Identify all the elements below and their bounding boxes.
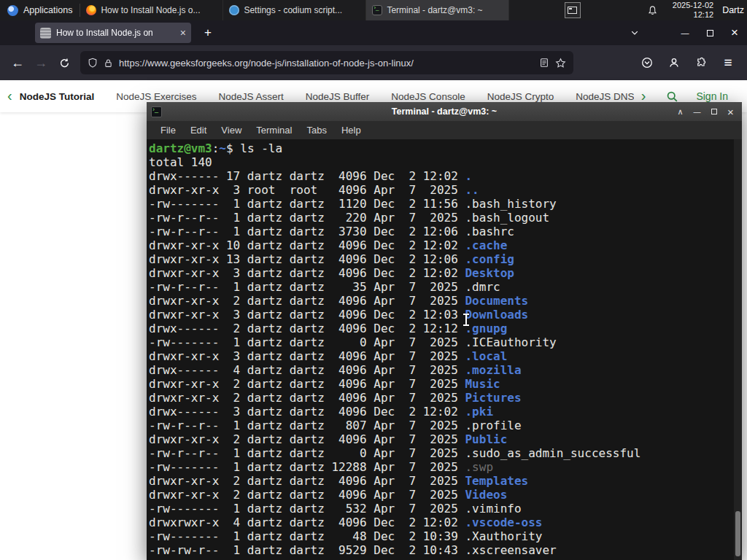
- puzzle-icon: [695, 57, 707, 69]
- file-meta: -rw------- 1 dartz dartz 532 Apr 7 2025: [149, 502, 465, 516]
- terminal-line: drwxrwxr-x 4 dartz dartz 4096 Dec 2 12:0…: [149, 516, 732, 529]
- file-meta: drwxr-xr-x 2 dartz dartz 4096 Apr 7 2025: [149, 294, 465, 308]
- terminal-menu-item[interactable]: File: [154, 122, 182, 138]
- taskbar-window-button[interactable]: Settings - codium script...: [223, 0, 366, 20]
- gfg-nav-item[interactable]: NodeJS DNS: [576, 91, 634, 102]
- terminal-line: drwxr-xr-x 2 dartz dartz 4096 Apr 7 2025…: [149, 432, 732, 446]
- toolbar-right-cluster: [635, 51, 741, 74]
- browser-minimize-button[interactable]: [673, 20, 697, 45]
- terminal-menu-item[interactable]: Edit: [184, 122, 213, 138]
- distro-logo-icon: [7, 5, 18, 16]
- panel-clock[interactable]: 2025-12-02 12:12: [673, 1, 713, 20]
- file-meta: drwxr-xr-x 3 dartz dartz 4096 Dec 2 12:0…: [149, 308, 465, 322]
- panel-user-label[interactable]: Dartz: [722, 5, 747, 15]
- terminal-titlebar[interactable]: Terminal - dartz@vm3: ~: [147, 102, 742, 121]
- file-meta: drwxr-xr-x 3 root root 4096 Apr 7 2025: [149, 183, 465, 197]
- file-meta: -rw-rw-r-- 1 dartz dartz 9529 Dec 2 10:4…: [149, 543, 465, 557]
- terminal-line: drwxr-xr-x 3 root root 4096 Apr 7 2025 .…: [149, 183, 732, 197]
- notifications-bell-icon[interactable]: [643, 5, 662, 16]
- clock-time: 12:12: [673, 10, 713, 20]
- terminal-title: Terminal - dartz@vm3: ~: [147, 106, 742, 117]
- file-name: Music: [465, 377, 500, 391]
- file-name: .viminfo: [465, 502, 521, 516]
- terminal-window-icon: [568, 7, 577, 14]
- file-meta: drwxr-xr-x 13 dartz dartz 4096 Dec 2 12:…: [149, 252, 465, 266]
- search-icon[interactable]: [666, 90, 678, 103]
- terminal-shade-button[interactable]: [673, 105, 687, 119]
- terminal-line: -rw-r--r-- 1 dartz dartz 35 Apr 7 2025 .…: [149, 280, 732, 294]
- menu-hamburger-icon[interactable]: [716, 51, 740, 74]
- file-name: ..: [465, 183, 479, 197]
- file-name: Documents: [465, 294, 528, 308]
- terminal-menu-item[interactable]: Terminal: [249, 122, 298, 138]
- browser-close-button[interactable]: [722, 20, 747, 45]
- file-name: Templates: [465, 474, 528, 488]
- terminal-line: total 140: [149, 155, 732, 169]
- reload-button[interactable]: [53, 51, 76, 74]
- scrollbar-thumb[interactable]: [735, 511, 740, 556]
- terminal-menu-item[interactable]: Tabs: [300, 122, 333, 138]
- sign-in-button[interactable]: Sign In: [696, 90, 728, 102]
- file-meta: -rw-r--r-- 1 dartz dartz 220 Apr 7 2025: [149, 211, 465, 225]
- tray-terminal-icon[interactable]: [565, 2, 581, 18]
- panel-right-cluster: 2025-12-02 12:12 Dartz: [565, 1, 747, 20]
- terminal-menu-item[interactable]: Help: [335, 122, 368, 138]
- account-icon[interactable]: [662, 51, 686, 74]
- file-meta: drwxr-xr-x 3 dartz dartz 4096 Apr 7 2025: [149, 349, 465, 363]
- lock-icon: [104, 58, 113, 68]
- extensions-icon[interactable]: [689, 51, 713, 74]
- terminal-scrollbar[interactable]: [734, 139, 742, 560]
- taskbar-window-button[interactable]: Terminal - dartz@vm3: ~: [366, 0, 509, 20]
- reader-mode-icon[interactable]: [539, 58, 549, 68]
- file-name: .profile: [465, 419, 521, 432]
- gfg-nav-item[interactable]: NodeJS Crypto: [487, 91, 554, 102]
- file-meta: -rw------- 1 dartz dartz 48 Dec 2 10:39: [149, 529, 465, 543]
- file-name: Public: [465, 432, 507, 446]
- applications-menu-label: Applications: [23, 5, 72, 15]
- new-tab-button[interactable]: +: [198, 26, 217, 40]
- back-button[interactable]: ←: [6, 51, 29, 74]
- gfg-nav-item[interactable]: NodeJS Exercises: [116, 91, 196, 102]
- chevron-down-icon: [630, 28, 639, 37]
- desktop-panel: Applications How to Install Node.js o...…: [0, 0, 747, 20]
- file-name: .Xauthority: [465, 529, 542, 543]
- address-bar[interactable]: https://www.geeksforgeeks.org/node-js/in…: [80, 51, 573, 74]
- file-meta: -rw-r--r-- 1 dartz dartz 3730 Dec 2 12:0…: [149, 225, 465, 238]
- terminal-line: drwx------ 17 dartz dartz 4096 Dec 2 12:…: [149, 169, 732, 183]
- terminal-line: drwx------ 4 dartz dartz 4096 Apr 7 2025…: [149, 363, 732, 377]
- pocket-icon[interactable]: [635, 51, 659, 74]
- taskbar-window-button[interactable]: How to Install Node.js o...: [80, 0, 223, 20]
- terminal-line: -rw------- 1 dartz dartz 1120 Dec 2 11:5…: [149, 197, 732, 211]
- gfg-nav-item[interactable]: NodeJS Tutorial: [20, 91, 95, 102]
- bell-icon: [647, 5, 658, 16]
- file-name: .pki: [465, 405, 493, 419]
- list-all-tabs-button[interactable]: [630, 28, 639, 37]
- file-name: .: [465, 169, 472, 183]
- browser-maximize-button[interactable]: [697, 20, 722, 45]
- file-name: Pictures: [465, 391, 521, 405]
- terminal-line: drwxr-xr-x 2 dartz dartz 4096 Apr 7 2025…: [149, 488, 732, 502]
- file-meta: drwx------ 4 dartz dartz 4096 Apr 7 2025: [149, 363, 465, 377]
- browser-tab[interactable]: How to Install Node.js on ×: [35, 23, 191, 43]
- terminal-body[interactable]: dartz@vm3:~$ ls -latotal 140drwx------ 1…: [147, 139, 742, 560]
- forward-button[interactable]: →: [29, 51, 53, 74]
- mouse-text-cursor: [462, 314, 470, 326]
- terminal-line: drwxr-xr-x 3 dartz dartz 4096 Dec 2 12:0…: [149, 308, 732, 322]
- terminal-maximize-button[interactable]: [707, 105, 721, 119]
- file-meta: -rw------- 1 dartz dartz 1120 Dec 2 11:5…: [149, 197, 465, 211]
- terminal-menu-item[interactable]: View: [214, 122, 248, 138]
- tab-close-icon[interactable]: ×: [180, 28, 186, 38]
- terminal-minimize-button[interactable]: [690, 105, 704, 119]
- terminal-close-button[interactable]: [724, 105, 738, 119]
- gfg-nav-item[interactable]: NodeJS Assert: [218, 91, 283, 102]
- url-text: https://www.geeksforgeeks.org/node-js/in…: [119, 58, 533, 69]
- file-name: .bash_logout: [465, 211, 549, 225]
- nav-scroll-left-icon[interactable]: ‹: [0, 88, 17, 105]
- file-name: Desktop: [465, 266, 514, 280]
- gfg-nav-item[interactable]: NodeJS Buffer: [306, 91, 370, 102]
- applications-menu-button[interactable]: Applications: [0, 0, 80, 20]
- file-meta: drwxr-xr-x 2 dartz dartz 4096 Apr 7 2025: [149, 391, 465, 405]
- file-meta: drwxr-xr-x 10 dartz dartz 4096 Dec 2 12:…: [149, 238, 465, 252]
- gfg-nav-item[interactable]: NodeJS Console: [391, 91, 465, 102]
- bookmark-star-icon[interactable]: [555, 58, 566, 69]
